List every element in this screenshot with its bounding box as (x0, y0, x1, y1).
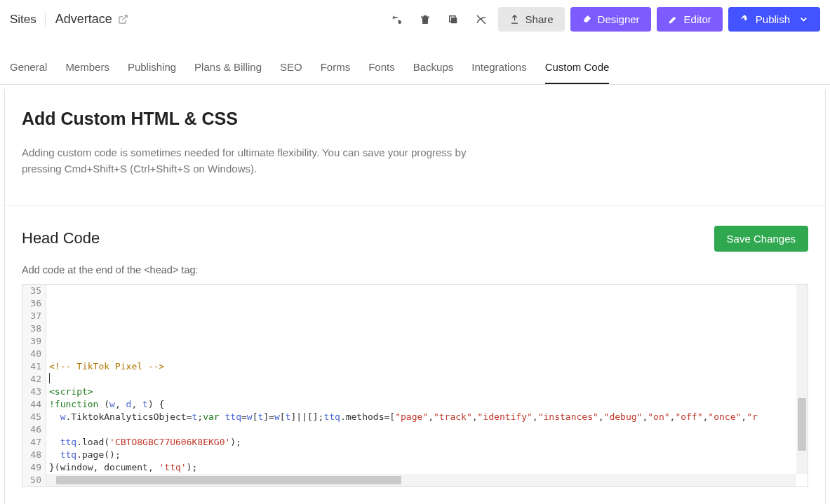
tab-seo[interactable]: SEO (280, 51, 302, 84)
tab-plans-billing[interactable]: Plans & Billing (194, 51, 262, 84)
editor-horizontal-thumb[interactable] (56, 476, 401, 484)
designer-button[interactable]: Designer (570, 7, 651, 32)
editor-button[interactable]: Editor (657, 7, 723, 32)
duplicate-icon (447, 13, 460, 26)
settings-tabs: General Members Publishing Plans & Billi… (0, 51, 830, 85)
duplicate-icon-button[interactable] (442, 8, 464, 31)
site-name-label: Advertace (55, 12, 112, 27)
head-code-editor[interactable]: 35 36 37 38 39 40 41 42 43 44 45 46 47 4… (22, 284, 808, 487)
editor-code[interactable]: <!-- TikTok Pixel --> <script> !function… (46, 285, 808, 486)
designer-label: Designer (598, 13, 640, 25)
divider (5, 205, 825, 206)
tab-publishing[interactable]: Publishing (128, 51, 176, 84)
svg-rect-1 (451, 18, 457, 23)
share-icon (509, 14, 520, 25)
brush-icon (582, 14, 592, 25)
tab-integrations[interactable]: Integrations (471, 51, 526, 84)
tab-forms[interactable]: Forms (321, 51, 351, 84)
head-code-title: Head Code (22, 229, 100, 247)
site-name[interactable]: Advertace (55, 12, 128, 27)
editor-horizontal-scrollbar[interactable] (46, 474, 796, 486)
pencil-icon (668, 14, 678, 25)
sites-link[interactable]: Sites (10, 13, 46, 27)
editor-gutter: 35 36 37 38 39 40 41 42 43 44 45 46 47 4… (22, 285, 46, 486)
tab-custom-code[interactable]: Custom Code (545, 51, 610, 84)
rocket-icon (739, 14, 750, 25)
page-title: Add Custom HTML & CSS (22, 109, 808, 129)
share-label: Share (526, 13, 554, 25)
editor-label: Editor (684, 13, 711, 25)
custom-code-panel: Add Custom HTML & CSS Adding custom code… (4, 89, 826, 504)
editor-vertical-thumb[interactable] (798, 398, 806, 451)
trash-icon-button[interactable] (414, 8, 436, 31)
publish-label: Publish (756, 13, 790, 25)
unpublish-icon-button[interactable] (470, 8, 493, 31)
unpublish-icon (475, 13, 488, 26)
trash-icon (419, 13, 431, 26)
transfer-icon-button[interactable] (386, 8, 408, 31)
tab-general[interactable]: General (10, 51, 47, 84)
transfer-icon (391, 13, 403, 26)
share-button[interactable]: Share (498, 7, 565, 32)
editor-vertical-scrollbar[interactable] (796, 285, 808, 474)
tab-members[interactable]: Members (65, 51, 109, 84)
publish-button[interactable]: Publish (728, 7, 820, 32)
head-code-subtitle: Add code at the end of the <head> tag: (22, 264, 808, 275)
chevron-down-icon (798, 14, 809, 25)
external-link-icon (118, 14, 128, 25)
save-changes-button[interactable]: Save Changes (714, 226, 808, 252)
page-description: Adding custom code is sometimes needed f… (22, 144, 485, 177)
tab-backups[interactable]: Backups (413, 51, 454, 84)
tab-fonts[interactable]: Fonts (368, 51, 395, 84)
